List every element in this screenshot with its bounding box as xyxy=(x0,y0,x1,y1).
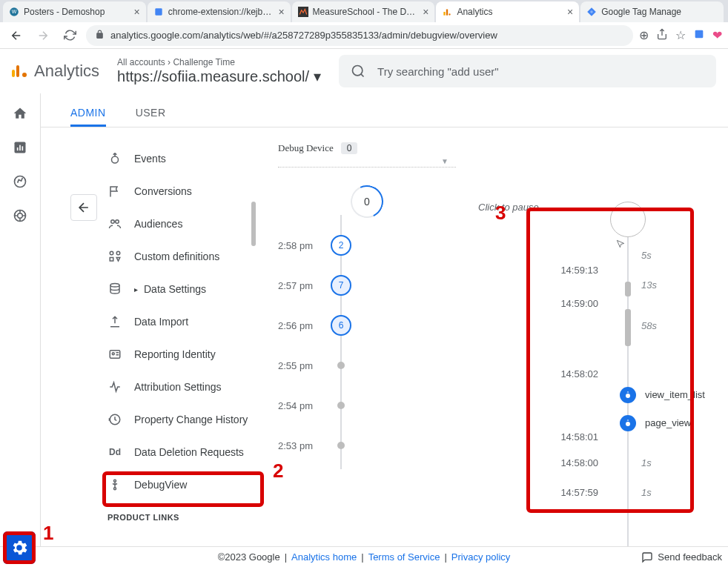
event-name[interactable]: view_item_list xyxy=(645,389,705,400)
browser-tab[interactable]: Google Tag Manage xyxy=(580,1,724,22)
timeline-time: 2:57 pm xyxy=(278,280,330,291)
menu-data-deletion[interactable]: DdData Deletion Requests xyxy=(107,436,263,468)
menu-debugview[interactable]: DebugView xyxy=(107,468,263,501)
detail-time: 14:57:59 xyxy=(537,487,604,498)
crumb-property: Challenge Time xyxy=(173,57,234,67)
menu-data-settings[interactable]: ▸Data Settings xyxy=(107,273,263,305)
chevron-down-icon[interactable]: ▼ xyxy=(278,157,456,165)
menu-label: Property Change History xyxy=(134,414,248,425)
scrollbar[interactable] xyxy=(251,202,256,246)
admin-user-tabs: ADMIN USER xyxy=(41,93,728,127)
search-placeholder: Try searching "add user" xyxy=(377,65,499,78)
reload-button[interactable] xyxy=(59,25,80,46)
svg-point-20 xyxy=(110,251,113,255)
svg-text:W: W xyxy=(12,9,17,14)
menu-label: Events xyxy=(134,153,166,165)
timeline-row[interactable]: 2:57 pm 7 xyxy=(278,265,456,305)
timeline-row[interactable]: 2:55 pm xyxy=(278,345,456,385)
timeline-row[interactable]: 2:54 pm xyxy=(278,385,456,425)
close-icon[interactable]: × xyxy=(423,6,428,18)
left-nav-rail xyxy=(0,93,41,546)
svg-point-6 xyxy=(449,13,451,15)
menu-change-history[interactable]: Property Change History xyxy=(107,403,263,436)
svg-point-26 xyxy=(114,480,116,482)
tab-title: MeasureSchool - The Data-Drive xyxy=(313,7,419,17)
feedback-label: Send feedback xyxy=(658,551,722,563)
event-name[interactable]: page_view xyxy=(645,417,691,428)
send-feedback-button[interactable]: Send feedback xyxy=(641,551,722,563)
timeline-row[interactable]: 2:58 pm 2 xyxy=(278,225,456,265)
close-icon[interactable]: × xyxy=(278,6,284,18)
star-icon[interactable]: ☆ xyxy=(675,28,686,43)
measureschool-icon xyxy=(298,7,308,17)
menu-label: DebugView xyxy=(134,479,187,491)
event-marker[interactable] xyxy=(620,415,636,431)
detail-row: 14:58:001s xyxy=(537,457,728,468)
event-marker[interactable] xyxy=(620,387,636,403)
menu-events[interactable]: Events xyxy=(107,142,263,175)
extensions-icon[interactable] xyxy=(693,28,705,43)
menu-label: Data Settings xyxy=(144,283,206,295)
admin-gear-button[interactable] xyxy=(3,531,36,564)
timeline-time: 2:54 pm xyxy=(278,400,330,411)
gtm-icon xyxy=(586,7,597,17)
menu-label: Conversions xyxy=(134,185,192,197)
menu-attribution-settings[interactable]: Attribution Settings xyxy=(107,371,263,403)
timeline-time: 2:53 pm xyxy=(278,440,330,451)
detail-row: 14:57:591s xyxy=(537,487,728,498)
timeline-row[interactable]: 2:56 pm 6 xyxy=(278,305,456,345)
close-icon[interactable]: × xyxy=(567,6,573,18)
avatar-icon[interactable]: ❤ xyxy=(712,28,722,43)
timeline-node[interactable]: 2 xyxy=(331,235,351,256)
svg-rect-12 xyxy=(19,145,21,151)
detail-head-circle[interactable] xyxy=(610,202,646,237)
analytics-logo[interactable]: Analytics xyxy=(12,62,99,81)
detail-row: 5s xyxy=(537,250,728,261)
browser-tab[interactable]: MeasureSchool - The Data-Drive × xyxy=(292,1,435,22)
footer-privacy-link[interactable]: Privacy policy xyxy=(451,551,510,563)
data-deletion-icon: Dd xyxy=(107,445,122,460)
browser-tab-active[interactable]: Analytics × xyxy=(436,1,579,22)
tab-admin[interactable]: ADMIN xyxy=(70,101,106,127)
menu-custom-definitions[interactable]: Custom definitions xyxy=(107,240,263,273)
svg-rect-2 xyxy=(155,8,162,15)
footer-copyright: ©2023 Google xyxy=(218,551,280,563)
live-counter[interactable]: 0 xyxy=(346,181,388,222)
menu-data-import[interactable]: Data Import xyxy=(107,305,263,338)
close-icon[interactable]: × xyxy=(134,6,140,18)
svg-rect-8 xyxy=(695,30,704,38)
chevron-down-icon: ▾ xyxy=(314,67,321,85)
timeline-node[interactable]: 7 xyxy=(331,275,351,296)
search-input[interactable]: Try searching "add user" xyxy=(339,55,716,87)
back-arrow-button[interactable] xyxy=(70,194,97,221)
debugview-icon xyxy=(107,477,122,492)
search-icon xyxy=(351,64,365,79)
browser-action-icons: ⊕ ☆ ❤ xyxy=(639,28,722,43)
menu-audiences[interactable]: Audiences xyxy=(107,208,263,240)
svg-point-16 xyxy=(18,213,23,219)
browser-tab-strip: W Posters - Demoshop × chrome-extension:… xyxy=(0,0,728,22)
forward-button[interactable] xyxy=(33,25,53,46)
tab-title: Posters - Demoshop xyxy=(24,7,130,17)
reports-icon[interactable] xyxy=(12,139,28,156)
url-field[interactable]: analytics.google.com/analytics/web/#/a25… xyxy=(86,25,633,46)
analytics-logo-icon xyxy=(12,65,27,77)
back-button[interactable] xyxy=(6,25,27,46)
menu-reporting-identity[interactable]: Reporting Identity xyxy=(107,338,263,371)
timeline-node[interactable]: 6 xyxy=(331,315,351,336)
events-icon xyxy=(107,151,122,166)
tab-user[interactable]: USER xyxy=(136,101,166,127)
annotation-number-3: 3 xyxy=(495,202,506,225)
home-icon[interactable] xyxy=(12,105,28,122)
advertising-icon[interactable] xyxy=(12,208,28,224)
search-icon[interactable]: ⊕ xyxy=(639,28,649,43)
explore-icon[interactable] xyxy=(12,173,28,190)
property-picker[interactable]: All accounts › Challenge Time https://so… xyxy=(117,57,321,85)
footer-tos-link[interactable]: Terms of Service xyxy=(368,551,440,563)
timeline-row[interactable]: 2:53 pm xyxy=(278,425,456,465)
menu-conversions[interactable]: Conversions xyxy=(107,175,263,208)
share-icon[interactable] xyxy=(656,28,668,43)
browser-tab[interactable]: W Posters - Demoshop × xyxy=(3,1,146,22)
browser-tab[interactable]: chrome-extension://kejbdjndbnt × xyxy=(148,1,291,22)
footer-home-link[interactable]: Analytics home xyxy=(291,551,357,563)
